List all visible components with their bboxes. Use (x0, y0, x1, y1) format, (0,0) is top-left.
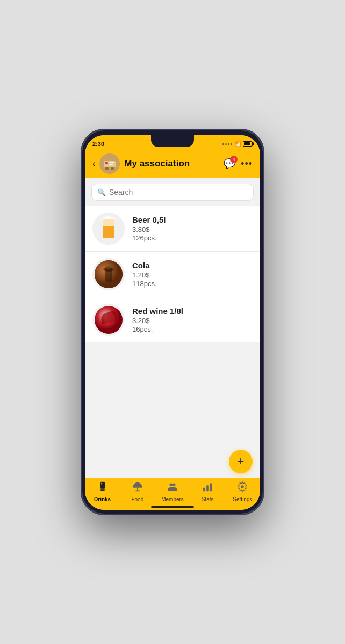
nav-members-label: Members (161, 496, 184, 502)
product-quantity: 16pcs. (132, 325, 253, 333)
svg-rect-22 (100, 482, 105, 489)
product-info: Cola 1.20$ 118pcs. (132, 261, 253, 288)
product-quantity: 126pcs. (132, 234, 253, 242)
back-button[interactable]: ‹ (92, 159, 95, 169)
search-box: 🔍 (91, 184, 254, 201)
list-item[interactable]: Red wine 1/8l 3.20$ 16pcs. (85, 297, 260, 342)
list-item[interactable]: Beer 0,5l 3.80$ 126pcs. (85, 206, 260, 252)
battery-icon (243, 141, 253, 147)
product-quantity: 118pcs. (132, 280, 253, 288)
food-icon (132, 481, 143, 495)
nav-item-drinks[interactable]: Drinks (85, 481, 120, 502)
notification-badge: 4 (230, 156, 238, 163)
wifi-icon: 📶 (234, 141, 241, 147)
svg-rect-14 (105, 267, 112, 282)
avatar (99, 153, 120, 174)
product-name: Red wine 1/8l (132, 306, 253, 316)
search-container: 🔍 (85, 178, 260, 206)
svg-rect-33 (210, 484, 212, 492)
list-item[interactable]: Cola 1.20$ 118pcs. (85, 252, 260, 297)
more-options-button[interactable]: ••• (241, 158, 253, 170)
product-price: 3.80$ (132, 225, 253, 233)
product-price: 3.20$ (132, 317, 253, 325)
svg-rect-3 (109, 162, 114, 163)
product-info: Beer 0,5l 3.80$ 126pcs. (132, 215, 253, 242)
nav-stats-label: Stats (202, 496, 214, 502)
svg-rect-9 (103, 219, 114, 226)
svg-rect-10 (104, 226, 113, 227)
nav-food-label: Food (131, 496, 143, 502)
product-thumbnail (92, 304, 125, 336)
svg-point-5 (105, 167, 109, 170)
svg-point-30 (172, 484, 176, 487)
members-icon (167, 481, 178, 495)
product-thumbnail (92, 213, 125, 245)
svg-rect-31 (203, 488, 205, 491)
notch (151, 135, 194, 147)
search-icon: 🔍 (97, 188, 106, 196)
bottom-navigation: Drinks Food (85, 478, 260, 510)
svg-point-15 (105, 266, 112, 269)
svg-rect-25 (100, 490, 104, 491)
nav-item-food[interactable]: Food (120, 481, 155, 502)
nav-item-settings[interactable]: Settings (225, 481, 260, 502)
svg-point-6 (111, 167, 114, 170)
product-name: Cola (132, 261, 253, 270)
phone-frame: 2:30 📶 ‹ (81, 129, 264, 515)
settings-icon (236, 481, 248, 495)
stats-icon (202, 481, 213, 495)
svg-point-34 (241, 485, 245, 488)
product-list: Beer 0,5l 3.80$ 126pcs. (85, 206, 260, 342)
nav-settings-label: Settings (233, 496, 252, 502)
phone-screen: 2:30 📶 ‹ (85, 135, 260, 510)
notifications-button[interactable]: 💬 4 (224, 158, 235, 170)
product-thumbnail (92, 258, 125, 290)
svg-rect-2 (105, 162, 108, 164)
product-name: Beer 0,5l (132, 215, 253, 224)
nav-item-stats[interactable]: Stats (190, 481, 225, 502)
plus-icon: + (238, 456, 245, 467)
home-indicator (151, 506, 194, 508)
svg-rect-24 (99, 489, 105, 490)
drinks-icon (97, 481, 109, 495)
nav-drinks-label: Drinks (94, 496, 111, 502)
add-item-button[interactable]: + (229, 450, 253, 473)
product-info: Red wine 1/8l 3.20$ 16pcs. (132, 306, 253, 333)
svg-rect-4 (109, 164, 113, 165)
app-header: ‹ My association (85, 150, 260, 178)
svg-rect-23 (101, 483, 102, 485)
svg-rect-32 (206, 485, 209, 491)
status-icons: 📶 (222, 141, 253, 147)
svg-rect-26 (133, 487, 142, 488)
fab-container: + (229, 450, 253, 473)
search-input[interactable] (109, 188, 248, 196)
status-time: 2:30 (92, 141, 104, 147)
nav-item-members[interactable]: Members (155, 481, 190, 502)
svg-point-29 (170, 484, 173, 487)
header-actions: 💬 4 ••• (224, 158, 253, 170)
product-price: 1.20$ (132, 271, 253, 279)
signal-icon (222, 143, 232, 145)
page-title: My association (124, 158, 219, 169)
